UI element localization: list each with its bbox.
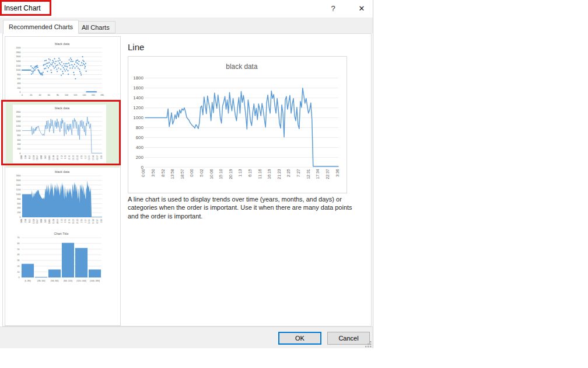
thumbnail-chart-area: black data020040060080010001200140016001… bbox=[13, 168, 106, 227]
svg-text:100: 100 bbox=[65, 94, 68, 96]
svg-text:2:25: 2:25 bbox=[80, 219, 83, 223]
svg-text:1600: 1600 bbox=[16, 116, 21, 118]
resize-grip[interactable] bbox=[364, 340, 372, 348]
ok-button[interactable]: OK bbox=[278, 332, 321, 345]
svg-text:0:00: 0:00 bbox=[141, 169, 145, 177]
svg-text:16:19: 16:19 bbox=[72, 155, 75, 160]
svg-text:600: 600 bbox=[18, 139, 21, 141]
svg-text:1000: 1000 bbox=[16, 193, 21, 196]
svg-text:8:52: 8:52 bbox=[29, 219, 31, 223]
svg-text:20:19: 20:19 bbox=[57, 155, 59, 160]
svg-text:17:34: 17:34 bbox=[92, 219, 94, 224]
help-icon[interactable]: ? bbox=[326, 2, 341, 16]
svg-text:Chart Title: Chart Title bbox=[54, 232, 68, 235]
svg-text:5:02: 5:02 bbox=[200, 169, 204, 177]
svg-text:11:16: 11:16 bbox=[68, 219, 71, 224]
svg-text:1600: 1600 bbox=[16, 55, 21, 58]
thumbnail-item-line-selected[interactable]: black data020040060080010001200140016001… bbox=[6, 102, 120, 168]
svg-text:200: 200 bbox=[18, 87, 21, 89]
svg-text:800: 800 bbox=[18, 74, 21, 76]
svg-text:60: 60 bbox=[18, 242, 20, 245]
chart-description: A line chart is used to display trends o… bbox=[128, 195, 361, 220]
svg-text:6:15: 6:15 bbox=[64, 155, 66, 159]
svg-text:16:19: 16:19 bbox=[72, 219, 75, 224]
svg-text:5:02: 5:02 bbox=[44, 219, 47, 223]
svg-text:18:57: 18:57 bbox=[36, 155, 38, 160]
thumbnail-chart-scatter: black data020040060080010001200140016001… bbox=[13, 40, 106, 99]
thumbnail-item-histogram[interactable]: Chart Title010203040506070[0, 280](280, … bbox=[6, 228, 120, 285]
close-icon[interactable]: ✕ bbox=[352, 2, 371, 16]
svg-text:10: 10 bbox=[18, 271, 20, 273]
recommended-charts-list: black data020040060080010001200140016001… bbox=[5, 36, 121, 326]
svg-text:0: 0 bbox=[20, 152, 21, 155]
svg-text:0: 0 bbox=[20, 91, 21, 93]
svg-text:0:00: 0:00 bbox=[40, 219, 43, 223]
svg-text:1800: 1800 bbox=[16, 175, 21, 177]
svg-text:200: 200 bbox=[18, 211, 21, 214]
svg-text:180: 180 bbox=[100, 94, 104, 96]
svg-text:21:23: 21:23 bbox=[76, 219, 79, 224]
svg-text:0: 0 bbox=[22, 94, 23, 96]
svg-text:6:15: 6:15 bbox=[248, 169, 252, 177]
tab-strip: Recommended Charts All Charts bbox=[0, 18, 373, 33]
svg-text:0: 0 bbox=[19, 276, 20, 279]
svg-text:1000: 1000 bbox=[133, 115, 144, 120]
tab-all-charts[interactable]: All Charts bbox=[76, 21, 116, 33]
svg-text:3:36: 3:36 bbox=[100, 219, 103, 223]
svg-text:1:13: 1:13 bbox=[61, 219, 63, 223]
svg-text:21:23: 21:23 bbox=[277, 169, 281, 179]
svg-text:60: 60 bbox=[48, 94, 50, 96]
svg-text:15:10: 15:10 bbox=[219, 169, 223, 179]
svg-text:10:06: 10:06 bbox=[209, 169, 214, 179]
tab-recommended-charts[interactable]: Recommended Charts bbox=[3, 20, 79, 34]
thumbnail-chart-histogram: Chart Title010203040506070[0, 280](280, … bbox=[13, 230, 106, 284]
svg-text:1400: 1400 bbox=[16, 60, 21, 63]
svg-text:400: 400 bbox=[18, 143, 21, 145]
svg-text:2:25: 2:25 bbox=[80, 155, 83, 159]
svg-text:1000: 1000 bbox=[16, 69, 21, 71]
thumbnail-item-scatter[interactable]: black data020040060080010001200140016001… bbox=[6, 38, 120, 103]
svg-text:0: 0 bbox=[20, 216, 21, 218]
svg-text:1400: 1400 bbox=[16, 120, 21, 123]
svg-text:[0, 280]: [0, 280] bbox=[24, 280, 30, 282]
svg-text:12:31: 12:31 bbox=[88, 155, 90, 160]
svg-text:1800: 1800 bbox=[133, 75, 144, 81]
svg-text:17:34: 17:34 bbox=[92, 155, 94, 160]
svg-text:5:02: 5:02 bbox=[44, 155, 47, 159]
svg-text:1200: 1200 bbox=[133, 105, 144, 110]
svg-text:10:06: 10:06 bbox=[48, 219, 51, 224]
svg-text:400: 400 bbox=[18, 207, 21, 209]
svg-text:3:36: 3:36 bbox=[335, 169, 340, 177]
svg-text:0:00: 0:00 bbox=[20, 219, 23, 223]
svg-text:8:52: 8:52 bbox=[29, 155, 31, 159]
svg-text:(1400, 1680]: (1400, 1680] bbox=[90, 280, 100, 282]
svg-text:1:13: 1:13 bbox=[61, 155, 63, 159]
svg-text:70: 70 bbox=[18, 237, 20, 239]
svg-text:1600: 1600 bbox=[133, 85, 144, 91]
svg-text:7:27: 7:27 bbox=[85, 219, 87, 223]
svg-text:(280, 560]: (280, 560] bbox=[37, 280, 46, 282]
svg-text:11:16: 11:16 bbox=[258, 169, 262, 179]
svg-text:12:31: 12:31 bbox=[88, 219, 90, 224]
svg-text:50: 50 bbox=[18, 248, 20, 251]
svg-text:7:27: 7:27 bbox=[85, 155, 87, 159]
svg-text:20: 20 bbox=[30, 94, 32, 96]
svg-text:800: 800 bbox=[18, 198, 21, 200]
svg-text:20:19: 20:19 bbox=[229, 169, 233, 179]
svg-text:400: 400 bbox=[18, 82, 21, 85]
svg-text:600: 600 bbox=[18, 203, 21, 205]
svg-text:black data: black data bbox=[55, 170, 70, 173]
svg-text:600: 600 bbox=[18, 78, 21, 80]
svg-text:160: 160 bbox=[92, 94, 95, 96]
thumbnail-item-area[interactable]: black data020040060080010001200140016001… bbox=[6, 166, 120, 230]
svg-text:22:37: 22:37 bbox=[96, 155, 99, 160]
svg-text:15:10: 15:10 bbox=[52, 219, 55, 224]
chart-type-heading: Line bbox=[128, 42, 144, 52]
svg-text:16:19: 16:19 bbox=[267, 169, 271, 179]
svg-text:black data: black data bbox=[55, 42, 70, 46]
svg-text:18:57: 18:57 bbox=[180, 169, 184, 179]
svg-text:0:00: 0:00 bbox=[40, 155, 43, 159]
svg-text:3:50: 3:50 bbox=[24, 219, 27, 223]
title-bar: Insert Chart ? ✕ bbox=[0, 0, 373, 18]
svg-text:black data: black data bbox=[55, 106, 70, 110]
